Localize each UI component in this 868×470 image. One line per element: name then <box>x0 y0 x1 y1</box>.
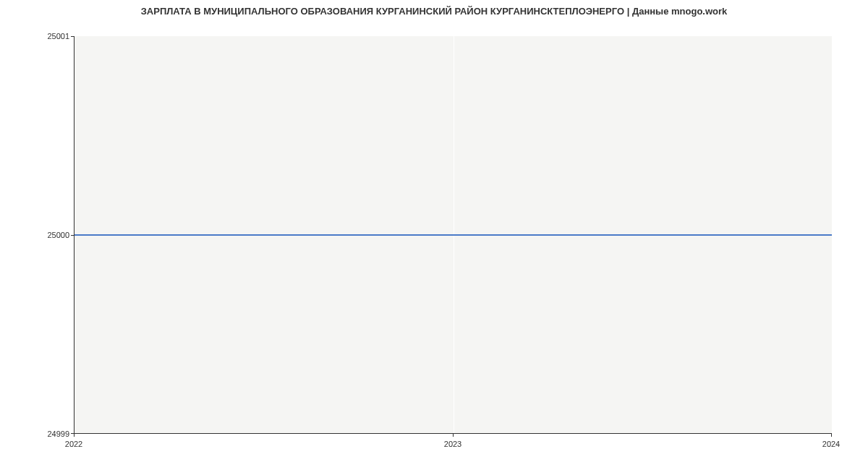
y-tick-mark <box>71 36 74 37</box>
x-tick-mark <box>453 434 454 437</box>
data-line <box>75 234 832 236</box>
x-tick-label: 2024 <box>822 440 840 448</box>
y-tick-label: 25000 <box>47 231 69 239</box>
chart-title: ЗАРПЛАТА В МУНИЦИПАЛЬНОГО ОБРАЗОВАНИЯ КУ… <box>141 6 728 17</box>
x-tick-label: 2022 <box>65 440 82 448</box>
x-tick-label: 2023 <box>444 440 461 448</box>
y-tick-label: 25001 <box>47 32 69 40</box>
x-tick-mark <box>74 434 75 437</box>
y-tick-mark <box>71 235 74 236</box>
plot-area <box>74 36 832 434</box>
y-tick-label: 24999 <box>47 430 69 438</box>
x-tick-mark <box>831 434 832 437</box>
